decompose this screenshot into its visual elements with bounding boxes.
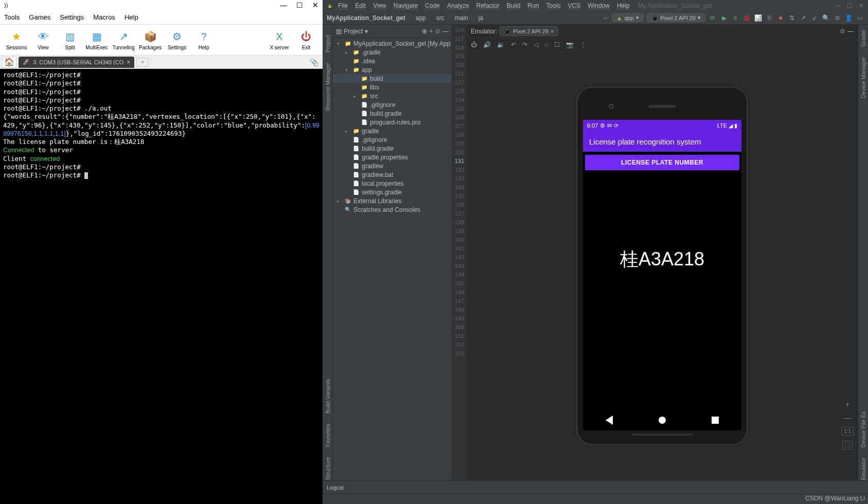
tree-item[interactable]: 📁.idea [333,57,452,65]
tree-item[interactable]: ▸📁src [333,92,452,100]
vcs-icon[interactable]: ⇅ [788,14,796,22]
back-arrow-icon[interactable]: ↩ [604,14,609,22]
project-tree[interactable]: ▾📁MyApplication_Socket_get [My App▸📁.gra… [333,38,452,480]
toolbar-packages[interactable]: 📦Packages [137,29,164,50]
home-icon[interactable]: ○ [544,41,548,48]
menu-code[interactable]: Code [425,2,440,9]
tree-item[interactable]: ▾📁MyApplication_Socket_get [My App [333,39,452,48]
zoom-level[interactable]: 1:1 [841,427,854,436]
emulator-tab[interactable]: 📱 Pixel 2 API 29 × [499,26,558,36]
avatar-icon[interactable]: 👤 [844,14,853,22]
minimize-icon[interactable]: — [280,1,287,9]
terminal-output[interactable]: root@ELF1:~/project# root@ELF1:~/project… [0,69,323,504]
tree-item[interactable]: ▾📁app [333,65,452,74]
screenshot-icon[interactable]: 📷 [566,41,574,48]
crumb[interactable]: src [436,14,445,22]
menu-view[interactable]: View [373,2,386,9]
maximize-icon[interactable]: ☐ [296,1,303,9]
more-icon[interactable]: ⋮ [580,41,586,48]
tool-tab-device-file-ex[interactable]: Device File Ex [860,411,866,447]
tab-close-icon[interactable]: × [127,59,130,66]
menu-run[interactable]: Run [528,2,539,9]
tree-item[interactable]: 📄build.gradle [333,144,452,153]
tree-item[interactable]: 📄.gitignore [333,135,452,144]
tree-item[interactable]: 📄gradlew [333,161,452,170]
coverage-icon[interactable]: 🐞 [742,14,751,22]
device-selector[interactable]: 📱 Pixel 2 API 29 ▾ [647,13,706,22]
clip-icon[interactable]: 📎 [310,58,318,66]
tree-item[interactable]: ▸📁.gradle [333,48,452,57]
tab-close-icon[interactable]: × [551,28,554,34]
tree-item[interactable]: 📄gradle.properties [333,153,452,161]
target-icon[interactable]: ⊕ [422,28,427,35]
run-icon[interactable]: ▶ [720,14,728,22]
close-icon[interactable]: ✕ [859,2,864,9]
menu-help[interactable]: Help [125,13,138,21]
crumb[interactable]: main [455,14,468,22]
menu-refactor[interactable]: Refactor [476,2,499,9]
close-icon[interactable]: ✕ [312,1,318,9]
menu-vcs[interactable]: VCS [568,2,581,9]
emu-settings-icon[interactable]: ⚙ [840,28,845,35]
rotate-right-icon[interactable]: ↷ [522,41,527,48]
menu-help[interactable]: Help [617,2,630,9]
nav-home-icon[interactable] [659,417,666,424]
crumb[interactable]: app [416,14,426,22]
volume-down-icon[interactable]: 🔉 [497,41,505,48]
vcs-icon[interactable]: ↙ [810,14,819,22]
tree-item[interactable]: 📄proguard-rules.pro [333,118,452,127]
toolbar-multiexec[interactable]: ▦MultiExec [83,29,110,50]
rotate-left-icon[interactable]: ↶ [511,41,516,48]
menu-file[interactable]: File [338,2,348,9]
hide-icon[interactable]: — [442,28,449,35]
menu-window[interactable]: Window [588,2,610,9]
overview-icon[interactable]: ☐ [554,41,560,48]
menu-build[interactable]: Build [507,2,521,9]
maximize-icon[interactable]: ☐ [847,2,853,9]
tool-tab-project[interactable]: Project [325,35,331,52]
tree-item[interactable]: 📄local.properties [333,179,452,188]
tree-item[interactable]: 📁libs [333,83,452,92]
logcat-tab[interactable]: Logcat [327,484,344,491]
vcs-icon[interactable]: ↗ [799,14,807,22]
new-tab-button[interactable]: + [136,58,149,67]
crumb[interactable]: MyApplication_Socket_get [327,14,405,22]
back-icon[interactable]: ◁ [534,41,538,48]
toolbar-split[interactable]: ▥Split [57,29,83,50]
menu-navigate[interactable]: Navigate [394,2,418,9]
profiler-icon[interactable]: 📊 [754,14,762,22]
phone-screen[interactable]: 6:07 ⚙ ✉ ⟳ LTE ◢ ▮ License plate recogni [583,120,741,430]
minimize-icon[interactable]: — [835,2,841,9]
menu-tools[interactable]: Tools [546,2,561,9]
zoom-in-icon[interactable]: + [845,400,849,408]
menu-settings[interactable]: Settings [60,13,84,21]
collapse-icon[interactable]: ÷ [429,28,433,35]
menu-games[interactable]: Games [29,13,50,21]
toolbar-tunneling[interactable]: ↗Tunneling [110,29,137,50]
debug-icon[interactable]: ≡ [731,14,739,22]
tree-item[interactable]: 📄build.gradle [333,109,452,118]
toolbar-help[interactable]: ?Help [190,29,217,50]
panel-settings-icon[interactable]: ⚙ [435,28,440,35]
run-config-selector[interactable]: ▲ app ▾ [612,13,643,22]
menu-edit[interactable]: Edit [355,2,366,9]
attach-icon[interactable]: ⎘ [765,14,773,22]
power-icon[interactable]: ⏻ [471,41,477,48]
tree-item[interactable]: ▸📁gradle [333,127,452,135]
zoom-fit-icon[interactable]: ⛶ [842,441,853,449]
tool-tab-emulator[interactable]: Emulator [860,458,866,480]
tree-item[interactable]: 📄gradlew.bat [333,170,452,179]
sync-icon[interactable]: ⟳ [708,14,717,22]
tool-tab-favorites[interactable]: Favorites [325,424,331,447]
tree-item[interactable]: 🔍Scratches and Consoles [333,205,452,214]
more-icon[interactable]: ▭ [856,14,864,22]
settings-icon[interactable]: ⚙ [833,14,841,22]
volume-up-icon[interactable]: 🔊 [483,41,491,48]
toolbar-settings[interactable]: ⚙Settings [164,29,190,50]
crumb[interactable]: ja [479,14,483,22]
tool-tab-gradle[interactable]: Gradle [860,30,866,47]
toolbar-sessions[interactable]: ★Sessions [3,29,30,50]
toolbar-exit[interactable]: ⏻Exit [293,29,320,50]
tool-tab-structure[interactable]: Structure [325,457,331,480]
menu-analyze[interactable]: Analyze [447,2,469,9]
